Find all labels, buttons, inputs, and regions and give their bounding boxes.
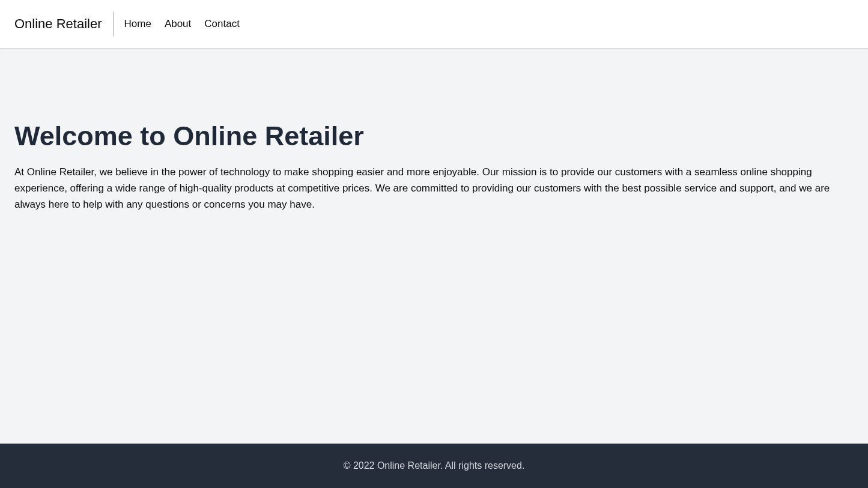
nav-link-home[interactable]: Home: [124, 18, 151, 30]
footer: © 2022 Online Retailer. All rights reser…: [0, 444, 868, 488]
nav-links-container: Home About Contact: [114, 18, 240, 30]
nav-link-contact[interactable]: Contact: [204, 18, 240, 30]
main-content: Welcome to Online Retailer At Online Ret…: [0, 49, 868, 444]
header: Online Retailer Home About Contact: [0, 0, 868, 49]
copyright-text: © 2022 Online Retailer. All rights reser…: [14, 460, 854, 471]
page-title: Welcome to Online Retailer: [14, 121, 854, 152]
intro-paragraph: At Online Retailer, we believe in the po…: [14, 164, 854, 213]
brand-name[interactable]: Online Retailer: [14, 16, 113, 32]
navigation: Online Retailer Home About Contact: [14, 12, 854, 36]
nav-link-about[interactable]: About: [165, 18, 191, 30]
